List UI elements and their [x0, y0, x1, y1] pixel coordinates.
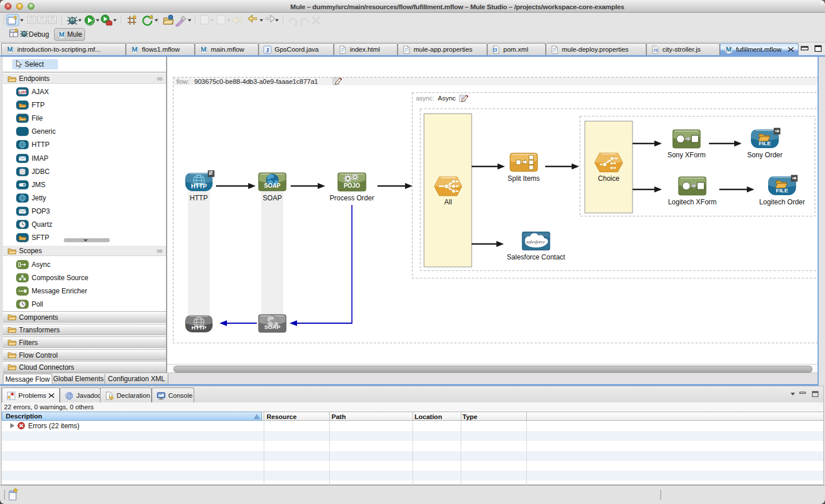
svg-text:salesforce: salesforce — [526, 239, 545, 245]
svg-text:Async: Async — [438, 95, 456, 102]
svg-text:SOAP: SOAP — [264, 324, 280, 330]
svg-text:HTTP: HTTP — [190, 194, 207, 202]
svg-text:Choice: Choice — [598, 175, 620, 183]
svg-text:SOAP: SOAP — [263, 194, 282, 202]
svg-text:All: All — [444, 198, 452, 206]
svg-text:Sony XForm: Sony XForm — [668, 151, 706, 159]
svg-text:Split Items: Split Items — [508, 175, 540, 183]
svg-text:Logitech Order: Logitech Order — [760, 198, 805, 206]
svg-text:J: J — [266, 47, 269, 53]
svg-text:HTTP: HTTP — [191, 324, 206, 331]
svg-text:M: M — [201, 45, 207, 53]
svg-text:FILE: FILE — [759, 140, 772, 146]
svg-text:X: X — [494, 48, 496, 52]
svg-text:SOAP: SOAP — [264, 183, 281, 189]
svg-text:FILE: FILE — [776, 187, 789, 193]
svg-text:flow:: flow: — [176, 78, 190, 85]
svg-text:@: @ — [66, 393, 72, 399]
svg-text:HTTP: HTTP — [191, 183, 207, 189]
svg-text:Logitech XForm: Logitech XForm — [668, 198, 717, 206]
svg-text:Salesforce Contact: Salesforce Contact — [507, 253, 565, 261]
svg-text:M: M — [132, 45, 138, 53]
svg-text:Process Order: Process Order — [330, 194, 374, 202]
svg-text:POJO: POJO — [344, 183, 360, 189]
svg-text:903675c0-be88-4db3-a0e9-faaae1: 903675c0-be88-4db3-a0e9-faaae1c877a1 — [194, 78, 318, 85]
svg-text:Sony Order: Sony Order — [747, 151, 782, 159]
svg-text:M: M — [7, 45, 13, 53]
svg-text:JS: JS — [653, 48, 658, 52]
svg-text:M: M — [726, 45, 732, 53]
svg-text:M: M — [59, 30, 65, 38]
svg-text:async:: async: — [416, 95, 434, 102]
